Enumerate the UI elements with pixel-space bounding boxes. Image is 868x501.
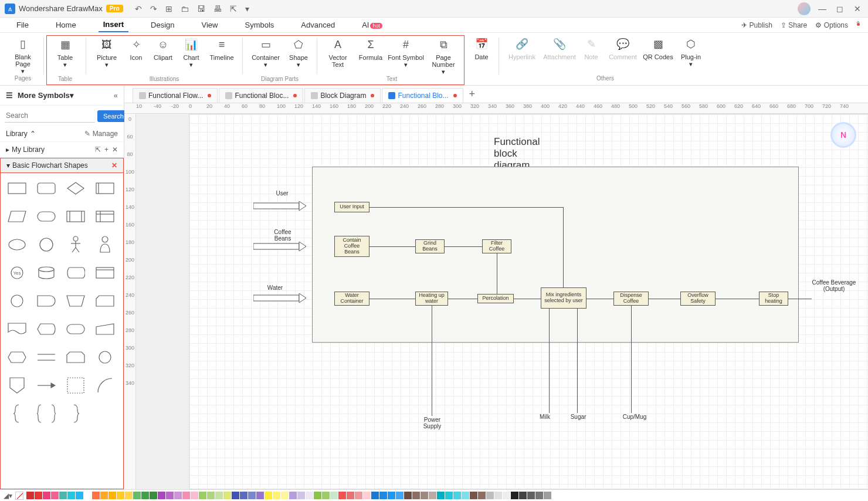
color-swatch[interactable] [215,492,223,499]
panel-collapse-icon[interactable]: « [114,91,118,100]
color-swatch[interactable] [330,492,338,499]
share-button[interactable]: ⇪ Share [781,21,807,29]
color-swatch[interactable] [232,492,239,499]
ai-assistant-badge[interactable]: N [830,122,856,148]
color-swatch[interactable] [338,492,346,499]
color-swatch[interactable] [223,492,231,499]
vector-text-button[interactable]: AVector Text [322,36,354,76]
color-swatch[interactable] [84,492,91,499]
color-swatch[interactable] [133,492,141,499]
box-stop[interactable]: Stop heating [759,292,788,306]
color-swatch[interactable] [174,492,182,499]
panel-menu-icon[interactable]: ☰ [6,91,13,100]
shape-circle2[interactable] [92,346,118,369]
shape-connector[interactable] [4,289,30,313]
color-swatch[interactable] [322,492,330,499]
color-swatch[interactable] [388,492,395,499]
my-library-label[interactable]: My Library [12,145,45,154]
menu-design[interactable]: Design [146,18,179,32]
color-swatch[interactable] [166,492,174,499]
box-grind[interactable]: Grind Beans [415,239,445,253]
shape-offpage[interactable] [4,374,30,397]
color-swatch[interactable] [182,492,190,499]
lib-add-icon[interactable]: + [104,145,108,154]
color-swatch[interactable] [453,492,461,499]
color-swatch[interactable] [150,492,157,499]
shape-preparation[interactable] [4,346,30,369]
export-icon[interactable]: ⇱ [230,4,237,13]
hyperlink-button[interactable]: 🔗Hyperlink [504,35,540,75]
ribbon-collapse-icon[interactable]: ⌃ [855,20,861,28]
minimize-button[interactable]: — [816,4,828,13]
color-swatch[interactable] [535,492,543,499]
color-swatch[interactable] [76,492,83,499]
qr-codes-button[interactable]: ▩QR Codes [642,35,674,75]
search-input[interactable] [5,109,95,123]
publish-button[interactable]: ✈ Publish [741,21,772,29]
shape-loop[interactable] [63,346,89,369]
shape-brace-left[interactable] [4,402,30,425]
color-swatch[interactable] [289,492,297,499]
color-swatch[interactable] [158,492,165,499]
color-swatch[interactable] [544,492,551,499]
shape-brace-pair[interactable] [33,402,59,425]
color-swatch[interactable] [141,492,149,499]
color-swatch[interactable] [92,492,100,499]
shape-database[interactable] [33,261,59,285]
page-number-button[interactable]: ⧉Page Number▾ [425,36,462,76]
section-header[interactable]: ▾ Basic Flowchart Shapes ✕ [0,158,124,173]
menu-insert[interactable]: Insert [99,18,128,32]
doc-tab-0[interactable]: Functional Flow... [133,88,218,103]
qat-more-icon[interactable]: ▾ [245,4,249,13]
color-swatch[interactable] [67,492,75,499]
fill-dropdown-icon[interactable]: ◢▾ [4,492,12,500]
shape-actor2[interactable] [92,233,118,256]
library-label[interactable]: Library [6,130,28,138]
box-filter[interactable]: Filter Coffee [482,239,511,253]
color-swatch[interactable] [404,492,412,499]
shape-card[interactable] [92,289,118,313]
panel-dropdown-icon[interactable]: ▾ [70,91,74,100]
print-icon[interactable]: 🖶 [213,4,222,13]
redo-icon[interactable]: ↷ [150,4,157,13]
note-button[interactable]: ✎Note [579,35,603,75]
color-swatch[interactable] [527,492,535,499]
shape-yes[interactable]: Yes [4,261,30,285]
options-button[interactable]: ⚙ Options [815,21,848,29]
blank-page-button[interactable]: ▯ Blank Page▾ [7,35,39,75]
color-swatch[interactable] [43,492,50,499]
doc-tab-1[interactable]: Functional Bloc... [219,88,303,103]
shape-stored[interactable] [92,261,118,285]
color-swatch[interactable] [379,492,387,499]
box-perc[interactable]: Percolation [477,294,514,303]
box-mix[interactable]: Mix ingredients selected by user [541,287,586,309]
color-swatch[interactable] [51,492,59,499]
shape-brace-right[interactable] [63,402,89,425]
color-swatch[interactable] [314,492,321,499]
doc-tab-3[interactable]: Functional Blo... [382,88,463,103]
box-dispense[interactable]: Dispense Coffee [613,292,649,306]
color-swatch[interactable] [59,492,67,499]
color-swatch[interactable] [519,492,527,499]
color-swatch[interactable] [363,492,371,499]
shape-data[interactable] [4,205,30,228]
shape-decision[interactable] [63,177,89,200]
no-fill-swatch[interactable] [15,492,23,500]
color-swatch[interactable] [437,492,445,499]
color-swatch[interactable] [240,492,247,499]
expand-icon[interactable]: ▸ [6,145,9,154]
menu-file[interactable]: File [12,18,33,32]
color-swatch[interactable] [503,492,510,499]
color-swatch[interactable] [35,492,42,499]
box-heat[interactable]: Heating up water [415,292,448,306]
shape-control[interactable] [33,374,59,397]
shape-delay[interactable] [33,289,59,313]
color-swatch[interactable] [199,492,206,499]
color-swatch[interactable] [306,492,313,499]
color-swatch[interactable] [26,492,34,499]
shape-terminator2[interactable] [63,317,89,341]
color-swatch[interactable] [470,492,477,499]
box-user-input[interactable]: User Input [334,202,369,212]
menu-symbols[interactable]: Symbols [240,18,279,32]
lib-close-icon[interactable]: ✕ [112,145,118,154]
